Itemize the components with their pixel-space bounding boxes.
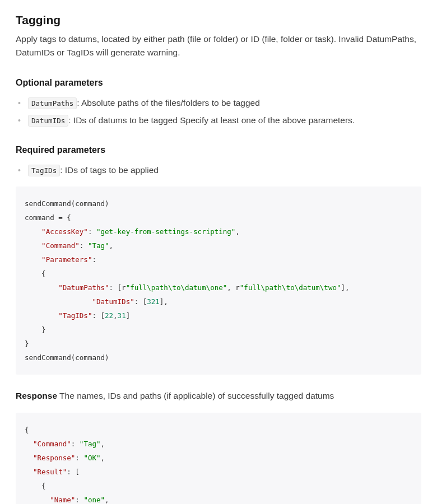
- param-code: DatumIDs: [28, 115, 68, 127]
- response-text: The names, IDs and paths (if applicable)…: [57, 391, 334, 400]
- code-block-request[interactable]: sendCommand(command) command = { "Access…: [16, 186, 421, 375]
- param-desc: : Absolute paths of the files/folders to…: [77, 98, 260, 108]
- required-params-heading: Required parameters: [16, 143, 421, 157]
- required-params-list: TagIDs: IDs of tags to be applied: [16, 164, 421, 176]
- param-code: TagIDs: [28, 165, 60, 176]
- section-heading: Tagging: [16, 11, 421, 29]
- optional-params-heading: Optional parameters: [16, 76, 421, 90]
- param-code: DatumPaths: [28, 97, 77, 109]
- section-lead: Apply tags to datums, located by either …: [16, 32, 421, 59]
- param-desc: : IDs of datums to be tagged Specify at …: [68, 115, 355, 125]
- list-item: TagIDs: IDs of tags to be applied: [16, 164, 421, 176]
- response-label: Response: [16, 391, 57, 400]
- response-line: Response The names, IDs and paths (if ap…: [16, 389, 421, 402]
- list-item: DatumPaths: Absolute paths of the files/…: [16, 96, 421, 109]
- optional-params-list: DatumPaths: Absolute paths of the files/…: [16, 96, 421, 127]
- list-item: DatumIDs: IDs of datums to be tagged Spe…: [16, 114, 421, 127]
- code-block-response[interactable]: { "Command": "Tag", "Response": "OK", "R…: [16, 413, 421, 504]
- param-desc: : IDs of tags to be applied: [60, 165, 159, 175]
